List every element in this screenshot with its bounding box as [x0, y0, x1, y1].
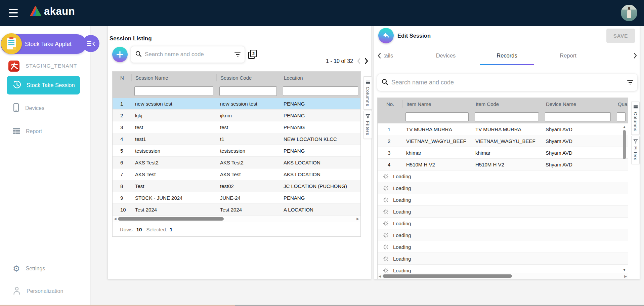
- column-header[interactable]: Device Name: [542, 100, 614, 108]
- session-table-row[interactable]: 3 test test PENANG: [113, 121, 360, 133]
- cell-n: 6: [113, 160, 131, 165]
- record-table-row[interactable]: 2 VIETNAM_WAGYU_BEEF VIETNAM_WAGYU_BEEF …: [378, 135, 628, 147]
- columns-tab-label: Columns: [633, 112, 638, 131]
- cell-session-code: t1: [216, 136, 280, 142]
- tab-records[interactable]: Records: [476, 45, 538, 66]
- scroll-right-icon[interactable]: ▶: [356, 217, 359, 221]
- sidebar-item-report[interactable]: Report: [13, 126, 42, 137]
- column-header[interactable]: N: [113, 74, 131, 81]
- columns-tab[interactable]: Columns: [363, 76, 372, 110]
- scroll-left-icon[interactable]: ◀: [379, 274, 381, 279]
- record-table-row[interactable]: 1 TV MURRA MURRA TV MURRA MURRA Shyam AV…: [378, 123, 628, 135]
- cell-n: 10: [113, 207, 131, 213]
- loading-row: Loading: [378, 182, 628, 194]
- cell-n: 9: [113, 195, 131, 201]
- session-table-row[interactable]: 10 Test 2024 Test 2024 A LOCATION: [113, 204, 360, 216]
- filter-input-location[interactable]: [283, 86, 358, 96]
- cell-item-code: TV MURRA MURRA: [472, 126, 542, 132]
- column-header[interactable]: No.: [378, 100, 402, 108]
- cell-item-code: khimar: [472, 150, 542, 156]
- hamburger-menu-icon[interactable]: [9, 9, 18, 17]
- loading-row: Loading: [378, 206, 628, 218]
- sidebar-item-devices[interactable]: Devices: [13, 103, 44, 114]
- column-header[interactable]: Session Name: [131, 74, 216, 81]
- tab-report[interactable]: Report: [538, 45, 599, 66]
- cell-session-name: test1: [131, 136, 216, 142]
- back-button[interactable]: [378, 28, 394, 43]
- filters-tab[interactable]: Filters: [631, 136, 640, 164]
- search-filter-icon[interactable]: [627, 80, 633, 84]
- prev-page-icon[interactable]: [357, 58, 360, 64]
- user-avatar[interactable]: [621, 5, 637, 21]
- smartphone-icon: [13, 103, 19, 114]
- cell-session-name: new session test: [131, 101, 216, 107]
- scroll-down-icon[interactable]: ▼: [622, 268, 626, 272]
- cell-session-name: Test 2024: [131, 207, 216, 213]
- cell-no: 2: [378, 138, 402, 144]
- tab-devices[interactable]: Devices: [415, 45, 476, 66]
- filter-input-device-name[interactable]: [545, 112, 611, 121]
- record-table-row[interactable]: 4 H510M H V2 H510M H V2 Shyam AVD: [378, 159, 628, 170]
- sidebar-item-stock-take-session[interactable]: Stock Take Session: [7, 76, 80, 94]
- scroll-up-icon[interactable]: ▲: [622, 125, 626, 129]
- session-table-row[interactable]: 9 STOCK - JUNE 2024 JUNE-24 PENANG: [113, 192, 360, 204]
- session-table-row[interactable]: 2 kjkj ijknm PENANG: [113, 110, 360, 121]
- duplicate-2-icon[interactable]: 2: [248, 50, 258, 60]
- add-session-button[interactable]: [112, 47, 128, 62]
- sidebar-item-personalization[interactable]: Personalization: [13, 285, 63, 297]
- cell-location: NEW LOCATION KLCC: [280, 136, 361, 142]
- scroll-left-icon[interactable]: ◀: [114, 217, 117, 221]
- vscroll-thumb[interactable]: [623, 130, 626, 159]
- gear-icon: ⚙: [13, 265, 20, 273]
- hscroll-thumb[interactable]: [383, 274, 512, 278]
- column-header[interactable]: Item Code: [472, 100, 542, 108]
- search-icon: [381, 78, 388, 87]
- save-button[interactable]: SAVE: [606, 29, 635, 43]
- cell-item-name: H510M H V2: [402, 162, 472, 167]
- hscroll-thumb[interactable]: [118, 217, 224, 221]
- session-table-row[interactable]: 8 Test test02 JC LOCATION (PUCHONG): [113, 180, 360, 192]
- filter-input-session-code[interactable]: [219, 86, 277, 96]
- columns-icon: [634, 105, 638, 109]
- sidebar-item-tenant[interactable]: STAGING_TENANT: [8, 60, 77, 72]
- tabs-scroll-right-icon[interactable]: [630, 53, 640, 59]
- filters-tab[interactable]: Filters: [363, 111, 372, 139]
- sidebar-item-settings[interactable]: ⚙ Settings: [13, 263, 45, 274]
- cell-session-code: JUNE-24: [216, 195, 280, 201]
- session-table-row[interactable]: 1 new session test new session test PENA…: [113, 98, 360, 110]
- column-header[interactable]: Item Name: [402, 100, 472, 108]
- filter-input-quantity[interactable]: [617, 112, 626, 121]
- records-search-input[interactable]: [391, 79, 624, 86]
- edit-session-title: Edit Session: [397, 33, 431, 39]
- cell-session-code: new session test: [216, 101, 280, 107]
- records-table-body: 1 TV MURRA MURRA TV MURRA MURRA Shyam AV…: [378, 123, 628, 276]
- session-table-row[interactable]: 7 AKS Test AKS Test AKS LOCATION: [113, 168, 360, 180]
- session-table-row[interactable]: 5 testsession testsession PENANG: [113, 145, 360, 157]
- next-page-icon[interactable]: [364, 58, 368, 64]
- columns-icon: [366, 80, 370, 84]
- column-header[interactable]: Qua: [614, 100, 628, 108]
- filter-input-item-code[interactable]: [475, 112, 539, 121]
- cell-location: PENANG: [280, 148, 361, 154]
- scroll-right-icon[interactable]: ▶: [624, 274, 627, 279]
- session-listing-title: Session Listing: [110, 35, 152, 42]
- search-filter-icon[interactable]: [234, 52, 241, 56]
- cell-session-name: kjkj: [131, 113, 216, 118]
- session-search-input[interactable]: [145, 51, 231, 58]
- brand-logo: akaun: [30, 5, 75, 17]
- cell-device-name: Shyam AVD: [542, 162, 614, 167]
- chevron-left-icon: [92, 42, 95, 46]
- sidebar-collapse-button[interactable]: [82, 35, 99, 52]
- cell-n: 7: [113, 171, 131, 177]
- cell-no: 1: [378, 126, 402, 132]
- tab-details[interactable]: Details: [384, 45, 415, 66]
- session-table-row[interactable]: 4 test1 t1 NEW LOCATION KLCC: [113, 133, 360, 145]
- column-header[interactable]: Session Code: [216, 74, 280, 81]
- session-table-row[interactable]: 6 AKS Test2 AKS Test2 AKS LOCATION: [113, 157, 360, 168]
- tabs-scroll-left-icon[interactable]: [374, 53, 384, 59]
- record-table-row[interactable]: 3 khimar khimar Shyam AVD: [378, 147, 628, 159]
- filter-input-session-name[interactable]: [134, 86, 213, 96]
- filter-input-item-name[interactable]: [405, 112, 469, 121]
- columns-tab[interactable]: Columns: [631, 102, 640, 135]
- column-header[interactable]: Location: [280, 74, 361, 81]
